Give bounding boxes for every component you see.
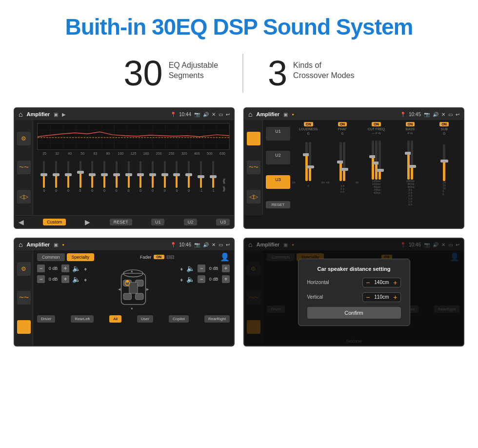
sidebar-eq-btn-fader[interactable]: ⚙ [17,262,31,276]
sidebar-vol-btn-fader[interactable]: ◁▷ [17,320,31,334]
eq-slider-11[interactable]: 0 [159,161,171,192]
freq-100: 100 [114,152,127,155]
svg-rect-7 [136,293,143,300]
eq-reset-btn[interactable]: RESET [110,219,132,225]
camera-icon-fader: 📷 [194,242,200,247]
fader-on-badge: ON [154,255,165,259]
db-minus-tr[interactable]: − [198,265,205,272]
db-value-bl: 0 dB [46,277,60,282]
eq-slider-12[interactable]: 0 [171,161,183,192]
stat-crossover-modes: 3 Kinds ofCrossover Modes [243,56,378,91]
eq-slider-13[interactable]: 0 [183,161,195,192]
db-plus-tl[interactable]: + [61,265,69,272]
fader-right-controls: ⬧ 🔈 − 0 dB + ⬧ 🔈 − [159,265,230,313]
eq-scroll-arrows[interactable]: ⟪ ⟫ [219,178,229,192]
eq-record-icon: ▣ [54,112,58,117]
cutfreq-slider [372,136,381,180]
app-title-eq: Amplifier [26,111,50,117]
db-minus-br[interactable]: − [198,275,205,283]
stat-eq-number: 30 [124,56,163,91]
sidebar-wave-btn-cross[interactable]: 〜〜 [247,161,260,174]
eq-slider-4[interactable]: 5 [74,161,86,192]
fader-content: Common Specialty Fader ON ⊟⊟ 👤 [33,250,234,346]
eq-slider-2[interactable]: 0 [50,161,62,192]
dialog-vertical-control: − 110cm + [362,292,400,302]
eq-arrow-down[interactable]: ⟫ [222,185,226,192]
eq-slider-15[interactable]: -1 [207,161,219,192]
db-control-br: − 0 dB + [198,275,230,283]
svg-rect-6 [123,293,131,300]
loudness-g: G [307,132,310,135]
speaker-icon-br: 🔈 [186,275,195,283]
eq-slider-8[interactable]: 0 [122,161,135,192]
fader-user-btn[interactable]: User [137,315,153,323]
db-plus-br[interactable]: + [222,275,230,283]
eq-u2-btn[interactable]: U2 [184,219,198,225]
fader-rearright-btn[interactable]: RearRight [204,315,230,323]
db-minus-bl[interactable]: − [37,275,45,283]
fader-all-btn[interactable]: All [109,315,121,323]
sidebar-wave-btn-fader[interactable]: 〜〜 [17,291,31,305]
db-plus-tr[interactable]: + [222,265,230,272]
eq-arrow-up[interactable]: ⟪ [222,178,226,184]
eq-slider-7[interactable]: 0 [110,161,122,192]
eq-u1-btn[interactable]: U1 [151,219,165,225]
dialog-vertical-minus[interactable]: − [366,294,370,301]
volume-icon-eq: 🔊 [203,112,209,117]
sidebar-eq-btn-cross[interactable]: ⚙ [247,132,260,145]
fader-rearleft-btn[interactable]: RearLeft [71,315,94,323]
channel-phat: ON PHAT G 4848 3.82.10.5 [326,122,359,213]
eq-slider-6[interactable]: 0 [99,161,111,192]
eq-slider-1[interactable]: 0 [38,161,50,192]
left-sidebar-fader: ⚙ 〜〜 ◁▷ [15,250,33,346]
channel-sub: ON SUB G 20151050 [428,122,460,213]
fader-row-tr: ⬧ 🔈 − 0 dB + [159,265,230,272]
sidebar-vol-btn-cross[interactable]: ◁▷ [247,190,260,204]
dialog-horizontal-minus[interactable]: − [366,279,370,286]
freq-400: 400 [191,152,203,155]
home-icon-fader[interactable]: ⌂ [19,241,22,248]
dialog-vertical-plus[interactable]: + [393,294,397,301]
eq-slider-10[interactable]: 0 [147,161,159,192]
cross-reset-btn[interactable]: RESET [266,201,290,208]
sidebar-wave-btn[interactable]: 〜〜 [17,161,31,174]
dialog-overlay: Car speaker distance setting Horizontal … [244,239,463,346]
dialog-vertical-value: 110cm [372,294,391,300]
home-icon[interactable]: ⌂ [19,110,22,118]
cross-u2-btn[interactable]: U2 [266,151,290,164]
crossover-channels: ON LOUDNESS G 6464 0 O [292,122,460,213]
db-plus-bl[interactable]: + [61,275,69,283]
eq-u3-btn[interactable]: U3 [216,219,230,225]
eq-custom-btn[interactable]: Custom [43,219,66,225]
cross-u3-btn[interactable]: U3 [266,175,290,189]
fader-tabs: Common Specialty [37,253,94,261]
fader-copilot-btn[interactable]: Copilot [169,315,189,323]
eq-slider-3[interactable]: 0 [62,161,74,192]
db-control-bl: − 0 dB + [37,275,69,283]
eq-slider-9[interactable]: 0 [135,161,147,192]
distance-dialog: Car speaker distance setting Horizontal … [298,259,410,326]
db-minus-tl[interactable]: − [37,265,45,272]
home-icon-cross[interactable]: ⌂ [248,110,252,118]
status-right-eq: 📍 10:44 📷 🔊 ✕ ▭ ↩ [170,112,230,117]
dialog-horizontal-plus[interactable]: + [393,279,397,286]
fader-tab-common[interactable]: Common [37,253,65,261]
screen-crossover: ⌂ Amplifier ▣ ● 📍 10:45 📷 🔊 ✕ ▭ ↩ ⚙ 〜〜 ◁… [243,107,464,229]
svg-point-10 [126,280,129,283]
eq-next-btn[interactable]: ▶ [85,218,90,226]
fader-row-tl: − 0 dB + 🔈 ⬧ [37,265,108,272]
loudness-on: ON [304,122,313,126]
fader-tab-specialty[interactable]: Specialty [67,253,95,261]
sidebar-vol-btn[interactable]: ◁▷ [17,190,31,204]
confirm-button[interactable]: Confirm [307,307,401,319]
fader-left-controls: − 0 dB + 🔈 ⬧ − 0 dB + [37,265,108,313]
eq-slider-5[interactable]: 0 [86,161,99,192]
eq-slider-14[interactable]: -1 [195,161,207,192]
fader-driver-btn[interactable]: Driver [37,315,55,323]
eq-prev-btn[interactable]: ◀ [19,218,24,226]
fader-dot-icon: ● [62,243,64,247]
cross-u1-btn[interactable]: U1 [266,127,290,141]
db-control-tl: − 0 dB + [37,265,69,272]
sidebar-eq-btn[interactable]: ⚙ [17,132,31,145]
camera-icon-eq: 📷 [194,112,200,117]
